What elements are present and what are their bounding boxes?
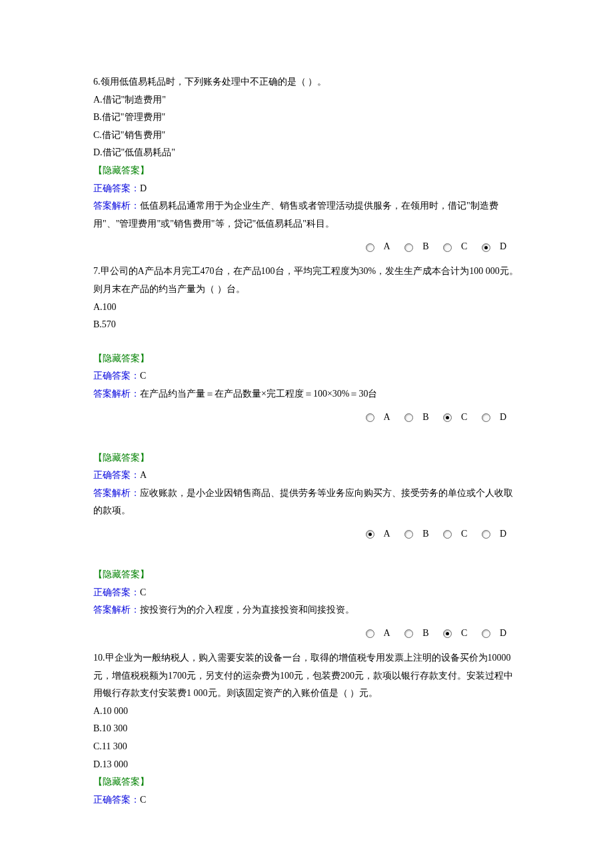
radio-icon [366, 413, 374, 422]
radio-8-a[interactable]: A [366, 525, 390, 543]
question-7: 7.甲公司的A产品本月完工470台，在产品100台，平均完工程度为30%，发生生… [93, 263, 520, 426]
radio-6-c[interactable]: C [443, 238, 467, 256]
correct-answer-value: A [140, 470, 147, 480]
correct-answer-value: C [140, 795, 146, 805]
question-6: 6.领用低值易耗品时，下列账务处理中不正确的是（ ）。 A.借记"制造费用" B… [93, 73, 520, 256]
radio-7-a[interactable]: A [366, 409, 390, 427]
radio-icon [404, 243, 413, 252]
analysis-label: 答案解析： [93, 201, 140, 211]
radio-7-d[interactable]: D [482, 409, 506, 427]
question-10-option-c: C.11 300 [93, 738, 520, 756]
analysis-text: 低值易耗品通常用于为企业生产、销售或者管理活动提供服务，在领用时，借记"制造费用… [93, 201, 498, 229]
analysis-label: 答案解析： [93, 605, 140, 615]
correct-answer-value: C [140, 587, 146, 597]
analysis-label: 答案解析： [93, 389, 140, 399]
radio-icon [366, 243, 374, 252]
question-6-option-c: C.借记"销售费用" [93, 127, 520, 145]
question-6-option-a: A.借记"制造费用" [93, 91, 520, 109]
hide-answer-link[interactable]: 【隐藏答案】 [93, 350, 520, 368]
radio-icon-selected [443, 413, 452, 422]
analysis-text: 在产品约当产量＝在产品数量×完工程度＝100×30%＝30台 [140, 389, 377, 399]
hide-answer-link[interactable]: 【隐藏答案】 [93, 773, 520, 791]
analysis-row: 答案解析：应收账款，是小企业因销售商品、提供劳务等业务应向购买方、接受劳务的单位… [93, 485, 520, 520]
radio-9-d[interactable]: D [482, 625, 506, 643]
correct-answer-label: 正确答案： [93, 371, 140, 381]
analysis-row: 答案解析：低值易耗品通常用于为企业生产、销售或者管理活动提供服务，在领用时，借记… [93, 197, 520, 233]
radio-icon [404, 413, 413, 422]
question-10-text: 10.甲企业为一般纳税人，购入需要安装的设备一台，取得的增值税专用发票上注明的设… [93, 649, 520, 703]
correct-answer-label: 正确答案： [93, 470, 140, 480]
correct-answer-value: C [140, 371, 146, 381]
radio-icon [404, 530, 413, 539]
radio-7-c[interactable]: C [443, 409, 467, 427]
radio-icon-selected [443, 629, 452, 638]
question-6-option-b: B.借记"管理费用" [93, 109, 520, 127]
radio-icon [482, 413, 490, 422]
radio-6-a[interactable]: A [366, 238, 390, 256]
question-7-option-b: B.570 [93, 316, 520, 334]
hide-answer-link[interactable]: 【隐藏答案】 [93, 566, 520, 584]
question-9-radios: A B C D [93, 625, 520, 643]
question-6-option-d: D.借记"低值易耗品" [93, 144, 520, 162]
question-6-radios: A B C D [93, 238, 520, 256]
hide-answer-link[interactable]: 【隐藏答案】 [93, 449, 520, 467]
analysis-row: 答案解析：按投资行为的介入程度，分为直接投资和间接投资。 [93, 601, 520, 619]
radio-9-a[interactable]: A [366, 625, 390, 643]
correct-answer-row: 正确答案：D [93, 180, 520, 198]
question-8-radios: A B C D [93, 525, 520, 543]
question-7-text: 7.甲公司的A产品本月完工470台，在产品100台，平均完工程度为30%，发生生… [93, 263, 520, 298]
radio-icon [443, 243, 452, 252]
correct-answer-value: D [140, 183, 147, 193]
analysis-label: 答案解析： [93, 488, 140, 498]
correct-answer-label: 正确答案： [93, 587, 140, 597]
correct-answer-label: 正确答案： [93, 183, 140, 193]
correct-answer-row: 正确答案：C [93, 584, 520, 602]
question-7-option-a: A.100 [93, 299, 520, 317]
question-10-option-d: D.13 000 [93, 756, 520, 774]
correct-answer-label: 正确答案： [93, 795, 140, 805]
analysis-row: 答案解析：在产品约当产量＝在产品数量×完工程度＝100×30%＝30台 [93, 385, 520, 403]
question-10-option-a: A.10 000 [93, 703, 520, 721]
radio-8-d[interactable]: D [482, 525, 506, 543]
analysis-text: 按投资行为的介入程度，分为直接投资和间接投资。 [140, 605, 354, 615]
question-10: 10.甲企业为一般纳税人，购入需要安装的设备一台，取得的增值税专用发票上注明的设… [93, 649, 520, 809]
radio-8-b[interactable]: B [404, 525, 428, 543]
correct-answer-row: 正确答案：C [93, 367, 520, 385]
radio-icon [482, 530, 490, 539]
question-8: 【隐藏答案】 正确答案：A 答案解析：应收账款，是小企业因销售商品、提供劳务等业… [93, 449, 520, 543]
radio-icon [366, 629, 374, 638]
radio-9-c[interactable]: C [443, 625, 467, 643]
correct-answer-row: 正确答案：C [93, 791, 520, 809]
radio-icon-selected [482, 243, 490, 252]
radio-7-b[interactable]: B [404, 409, 428, 427]
analysis-text: 应收账款，是小企业因销售商品、提供劳务等业务应向购买方、接受劳务的单位或个人收取… [93, 488, 513, 516]
radio-9-b[interactable]: B [404, 625, 428, 643]
radio-icon [443, 530, 452, 539]
radio-icon-selected [366, 530, 374, 539]
radio-icon [482, 629, 490, 638]
correct-answer-row: 正确答案：A [93, 467, 520, 485]
hide-answer-link[interactable]: 【隐藏答案】 [93, 162, 520, 180]
question-7-radios: A B C D [93, 409, 520, 427]
radio-6-d[interactable]: D [482, 238, 506, 256]
radio-8-c[interactable]: C [443, 525, 467, 543]
question-10-option-b: B.10 300 [93, 720, 520, 738]
question-6-text: 6.领用低值易耗品时，下列账务处理中不正确的是（ ）。 [93, 73, 520, 91]
radio-6-b[interactable]: B [404, 238, 428, 256]
question-9: 【隐藏答案】 正确答案：C 答案解析：按投资行为的介入程度，分为直接投资和间接投… [93, 566, 520, 643]
radio-icon [404, 629, 413, 638]
